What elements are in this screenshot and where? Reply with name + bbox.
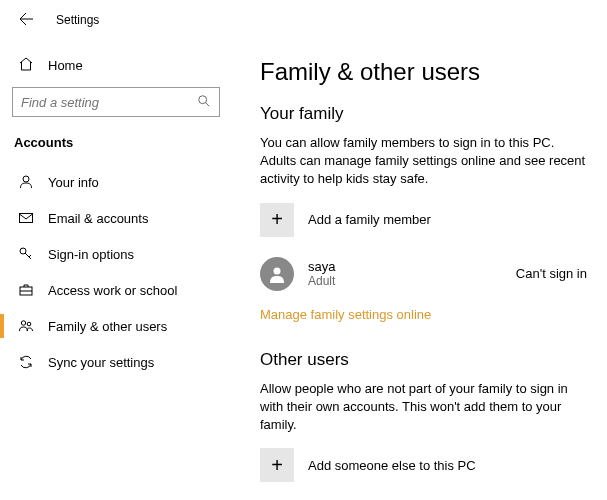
main-content: Family & other users Your family You can… [232, 40, 607, 500]
sync-icon [18, 354, 34, 370]
svg-rect-2 [20, 214, 33, 223]
nav-item-label: Sign-in options [48, 247, 134, 262]
user-status: Can't sign in [516, 266, 587, 281]
briefcase-icon [18, 282, 34, 298]
svg-point-0 [199, 95, 207, 103]
nav-item-label: Access work or school [48, 283, 177, 298]
nav-email-accounts[interactable]: Email & accounts [0, 200, 232, 236]
add-other-user-button[interactable]: + Add someone else to this PC [260, 448, 587, 482]
person-icon [18, 174, 34, 190]
plus-icon: + [260, 203, 294, 237]
window-title: Settings [56, 13, 99, 27]
nav-list: Your info Email & accounts Sign-in optio… [0, 164, 232, 380]
family-description: You can allow family members to sign in … [260, 134, 587, 189]
search-box[interactable] [12, 87, 220, 117]
key-icon [18, 246, 34, 262]
home-label: Home [48, 58, 83, 73]
nav-item-label: Email & accounts [48, 211, 148, 226]
nav-your-info[interactable]: Your info [0, 164, 232, 200]
svg-point-1 [23, 176, 29, 182]
add-family-label: Add a family member [308, 212, 431, 227]
avatar [260, 257, 294, 291]
manage-family-link[interactable]: Manage family settings online [260, 307, 587, 322]
other-users-description: Allow people who are not part of your fa… [260, 380, 587, 435]
home-button[interactable]: Home [0, 48, 232, 87]
svg-point-7 [274, 267, 281, 274]
user-info: saya Adult [308, 259, 502, 288]
page-title: Family & other users [260, 58, 587, 86]
titlebar: Settings [0, 0, 607, 40]
section-label: Accounts [0, 131, 232, 164]
person-icon [267, 264, 287, 284]
nav-family-users[interactable]: Family & other users [0, 308, 232, 344]
svg-point-6 [27, 322, 31, 326]
plus-icon: + [260, 448, 294, 482]
sidebar: Home Accounts Your info Email & accounts… [0, 40, 232, 500]
people-icon [18, 318, 34, 334]
nav-item-label: Your info [48, 175, 99, 190]
add-other-label: Add someone else to this PC [308, 458, 476, 473]
nav-sync-settings[interactable]: Sync your settings [0, 344, 232, 380]
mail-icon [18, 210, 34, 226]
family-user-row[interactable]: saya Adult Can't sign in [260, 257, 587, 291]
nav-work-school[interactable]: Access work or school [0, 272, 232, 308]
nav-item-label: Sync your settings [48, 355, 154, 370]
user-role: Adult [308, 274, 502, 288]
user-name: saya [308, 259, 502, 274]
search-input[interactable] [21, 95, 197, 110]
add-family-member-button[interactable]: + Add a family member [260, 203, 587, 237]
back-icon[interactable] [18, 11, 34, 30]
nav-item-label: Family & other users [48, 319, 167, 334]
svg-point-5 [21, 321, 25, 325]
other-users-heading: Other users [260, 350, 587, 370]
search-icon [197, 94, 211, 111]
home-icon [18, 56, 34, 75]
family-heading: Your family [260, 104, 587, 124]
nav-signin-options[interactable]: Sign-in options [0, 236, 232, 272]
